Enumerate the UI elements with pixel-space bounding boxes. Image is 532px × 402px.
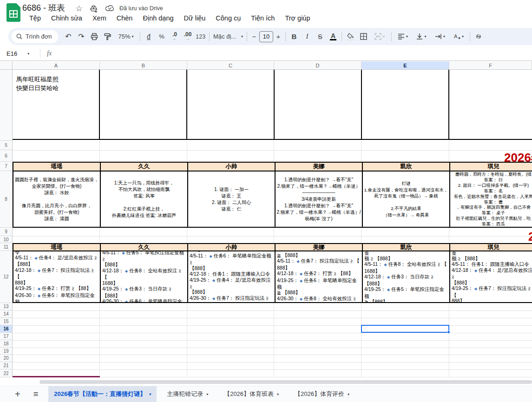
decrease-decimal-button[interactable]: .0← [168,31,181,43]
sheet-tab-active[interactable]: 2026春节【活動一：直播猜灯谜】▾ [48,386,157,402]
team-header[interactable]: 凱欣 [363,244,450,250]
formula-input[interactable] [52,46,532,60]
cell-riddle-E8[interactable]: 灯谜1.會走沒有腿，會吃沒有嘴，過河沒有水，死了沒有鬼（猜一物品）→ 象棋2.不… [363,171,450,227]
team-header[interactable]: 瑶瑶 [13,244,101,250]
cell-task-E12[interactable]: 4月1日-4日： ◆ 任务5： 单笔投注指定金额 ≧ 【888】4/5-11： … [363,251,450,302]
cell-task-B12[interactable]: 4月1日-4日： ◆ 任务2： 打赏 ≧ 【88】4/5-11： ◆ 任务5： … [101,251,188,302]
bold-button[interactable]: B [288,31,301,43]
merge-cells-button[interactable]: ▾ [370,31,389,43]
cell-riddle-D8[interactable]: 1.透明的劍是什麼劍？ →看不"見"2.狼來了，猜一種水果？→楊桃（羊迷）───… [276,171,363,227]
add-to-drive-icon[interactable] [89,4,98,13]
row-header-8[interactable]: 8 [0,171,13,228]
cell-task-A12[interactable]: 4月1日-4日： 任务1： 跟随主播输入口令4/5-11： ◆ 任务4： 足/篮… [13,251,101,302]
zoom-select[interactable]: 75%▾ [114,31,138,43]
selected-cell-E16[interactable] [361,325,449,333]
row-header-11[interactable]: 11 [0,243,13,251]
row-header-6[interactable]: 6 [0,150,13,162]
sheets-logo-icon[interactable] [7,3,20,22]
team-header[interactable]: 瑶瑶 [13,163,101,171]
menu-data[interactable]: Dữ liệu [179,13,211,23]
insert-link-button[interactable] [472,31,485,43]
row-header-12[interactable]: 12 [0,251,13,303]
row-header-partial[interactable] [0,70,13,141]
select-all-corner[interactable] [0,61,13,70]
col-header-D[interactable]: D [274,61,361,70]
row-header-13[interactable]: 13 [0,303,13,310]
team-header[interactable]: 美娜 [276,244,363,250]
print-button[interactable] [88,31,101,43]
cell-empty[interactable] [100,70,187,139]
percent-format-button[interactable]: % [155,31,168,43]
tab-caret-icon[interactable]: ▾ [206,392,208,396]
document-title[interactable]: 6686 - 班表 [22,2,65,13]
horizontal-align-button[interactable]: ▾ [394,31,412,43]
undo-button[interactable]: ↶ [62,31,75,43]
row-header-15[interactable]: 15 [0,318,13,325]
row-header-21[interactable]: 21 [0,362,13,369]
col-header-E[interactable]: E [361,61,449,70]
team-header[interactable]: 久久 [101,244,188,250]
text-wrap-button[interactable]: ▾ [431,31,449,43]
menu-insert[interactable]: Chèn [112,13,138,23]
menu-edit[interactable]: Chỉnh sửa [46,13,87,23]
sheet-tab[interactable]: 【2026】体育评价▾ [289,386,355,402]
team-header[interactable]: 久久 [101,163,188,171]
col-header-B[interactable]: B [100,61,187,70]
search-menus-input[interactable]: Trình đơn [12,30,58,43]
cell-riddle-C8[interactable]: 1. 谜面： 一加一谜底： 王2. 谜面： 二人同心谜底： 仁 [188,171,276,227]
tab-caret-icon[interactable]: ▾ [149,392,151,396]
decrease-font-size-button[interactable]: − [249,31,259,43]
font-size-input[interactable]: 10 [259,31,273,42]
strikethrough-button[interactable]: S [314,31,327,43]
sheet-tab[interactable]: 【2026】体育班表▾ [218,386,284,402]
increase-font-size-button[interactable]: + [273,31,283,43]
cell-riddle-F8[interactable]: 畫時圓，寫時方；冬時短，夏時長。(猜答案： 日2. 題目： 一口咬掉多半截。(猜… [450,171,532,227]
cell-empty[interactable] [449,70,532,139]
menu-extensions[interactable]: Tiện ích [246,13,280,23]
team-header[interactable]: 小帅 [188,163,276,171]
col-header-C[interactable]: C [187,61,274,70]
add-sheet-button[interactable]: + [15,389,20,400]
paint-format-button[interactable] [101,31,114,43]
font-family-select[interactable]: Mặc đị...▾ [211,31,245,43]
star-icon[interactable]: ☆ [74,4,84,13]
row-header-14[interactable]: 14 [0,310,13,318]
tab-caret-icon[interactable]: ▾ [277,392,279,396]
menu-view[interactable]: Xem [87,13,112,23]
row-header-16[interactable]: 16 [0,325,13,333]
team-header[interactable]: 凱欣 [363,163,450,171]
text-color-button[interactable]: A [327,31,340,43]
team-header[interactable]: 美娜 [276,163,363,171]
menu-tools[interactable]: Công cụ [210,13,246,23]
cell-task-D12[interactable]: 4月1日-4日： ◆ 任务4： 足/篮总有效投注≧ 【888】4/5-11： ◆… [276,251,363,302]
col-header-A[interactable]: A [13,61,100,70]
cell-task-C12[interactable]: 4月1日-4日： ◆ 任务3： 当日存款 ≧ 【888】4/5-11： ◆ 任务… [188,251,276,302]
italic-button[interactable]: I [301,31,314,43]
menu-file[interactable]: Tệp [24,13,46,23]
row-header-7[interactable]: 7 [0,162,13,171]
saved-status[interactable]: Đã lưu vào Drive [119,5,163,12]
cell-empty[interactable] [187,70,275,139]
sheet-tab[interactable]: 主播犯错记录▾ [161,386,214,402]
row-header-19[interactable]: 19 [0,348,13,355]
cell-riddle-A8[interactable]: 圓圓肚子裡，裝滿金銀財，進火洗個澡，全家笑開懷。(打一食物)謎底： 水餃像月亮圓… [13,171,101,227]
row-header-10[interactable]: 10 [0,236,13,243]
row-header-20[interactable]: 20 [0,355,13,362]
team-header[interactable]: 琪兒 [450,244,532,250]
menu-format[interactable]: Định dạng [138,13,178,23]
cell-banner[interactable]: 馬年旺旺福星照快樂日日笑哈哈 [13,70,100,139]
cell-empty[interactable] [275,70,362,139]
cell-task-F12[interactable]: 4月1日-4日： ◆ 任务6： 单笔晒单指定金额 ≧ 【888】4/5-11： … [450,251,532,302]
tab-caret-icon[interactable]: ▾ [348,392,349,396]
cell-riddle-B8[interactable]: 1:天上一只鸟，用线拴得牢，不怕大风吹，就怕细雨飘答案: 风筝2:红红果子棍上挂… [101,171,188,227]
row-header-18[interactable]: 18 [0,340,13,348]
row-header-17[interactable]: 17 [0,333,13,340]
redo-button[interactable]: ↷ [75,31,88,43]
name-box[interactable]: E16▾ [0,50,40,57]
cell-empty[interactable] [362,70,449,139]
currency-format-button[interactable]: đ [142,31,155,43]
fill-color-button[interactable] [344,31,357,43]
col-header-F[interactable]: F [449,61,532,70]
borders-button[interactable] [357,31,370,43]
row-header-5[interactable]: 5 [0,141,13,150]
